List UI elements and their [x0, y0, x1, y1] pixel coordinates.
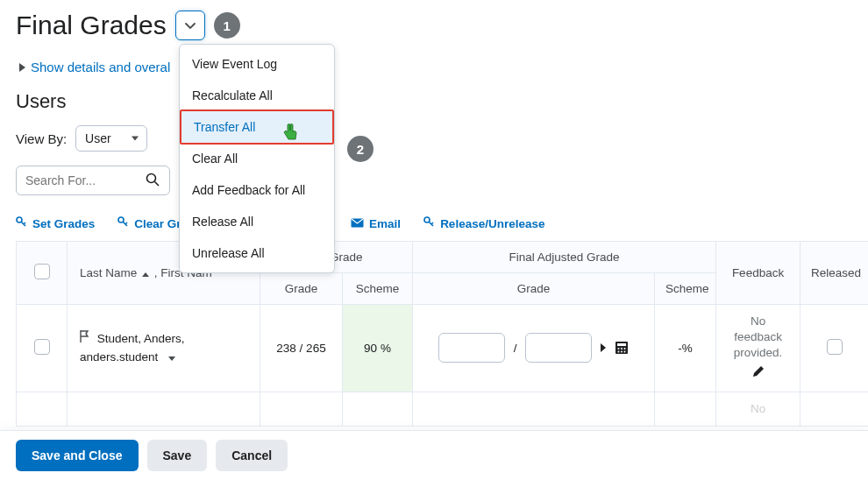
chevron-down-icon	[185, 19, 196, 32]
adjusted-scheme-cell: -%	[655, 305, 716, 392]
col-subheader-adj-grade: Grade	[413, 273, 655, 305]
svg-point-18	[621, 351, 623, 353]
set-grades-label: Set Grades	[32, 217, 95, 230]
svg-line-1	[155, 182, 160, 187]
menu-recalculate-all[interactable]: Recalculate All	[180, 80, 334, 111]
menu-transfer-all-label: Transfer All	[194, 120, 255, 134]
view-by-select[interactable]: User	[75, 125, 147, 152]
released-checkbox[interactable]	[827, 339, 843, 355]
table-row: Student, Anders, anders.student 238 / 26…	[17, 305, 869, 392]
menu-release-all[interactable]: Release All	[180, 206, 334, 237]
select-all-checkbox[interactable]	[34, 264, 50, 279]
feedback-text: No	[751, 402, 765, 415]
col-subheader-grade: Grade	[260, 273, 343, 305]
clear-grades-action[interactable]: Clear Gra	[117, 216, 188, 230]
key-icon	[16, 216, 27, 230]
col-header-final-adjusted: Final Adjusted Grade	[413, 242, 716, 273]
menu-view-event-log[interactable]: View Event Log	[180, 48, 334, 80]
svg-point-15	[621, 348, 623, 349]
email-action[interactable]: Email	[351, 216, 401, 230]
save-and-close-button[interactable]: Save and Close	[16, 440, 139, 471]
svg-point-0	[147, 174, 156, 183]
triangle-right-icon	[19, 63, 25, 72]
chevron-down-icon[interactable]	[168, 356, 175, 361]
svg-line-7	[125, 222, 127, 224]
grades-actions-dropdown-button[interactable]	[175, 11, 205, 40]
envelope-icon	[351, 217, 364, 230]
grades-table: Last Name , First Nam ted Grade Final Ad…	[16, 241, 868, 427]
calculated-grade-cell: 238 / 265	[260, 305, 343, 392]
show-details-link[interactable]: Show details and overal	[16, 40, 852, 83]
svg-point-16	[624, 348, 626, 349]
calculator-icon[interactable]	[615, 341, 629, 355]
show-details-label: Show details and overal	[31, 60, 170, 74]
adjusted-grade-inputs: /	[438, 333, 630, 363]
chevron-right-icon[interactable]	[601, 343, 606, 352]
col-subheader-scheme: Scheme	[343, 273, 413, 305]
cursor-hand-icon	[282, 124, 298, 144]
view-by-label: View By:	[16, 131, 67, 146]
adjusted-numerator-input[interactable]	[438, 333, 505, 363]
svg-point-14	[618, 348, 620, 349]
key-icon	[423, 216, 435, 230]
svg-line-11	[431, 222, 433, 224]
menu-transfer-all[interactable]: Transfer All	[180, 109, 334, 145]
student-name-line1: Student, Anders,	[97, 332, 185, 345]
svg-rect-13	[617, 343, 626, 346]
save-button[interactable]: Save	[147, 440, 208, 471]
grades-actions-menu: View Event Log Recalculate All Transfer …	[179, 44, 335, 273]
release-unrelease-action[interactable]: Release/Unrelease	[423, 216, 544, 230]
row-checkbox[interactable]	[34, 339, 50, 355]
calculated-scheme-cell: 90 %	[343, 305, 413, 392]
email-label: Email	[369, 217, 401, 230]
sort-ascending-icon	[142, 272, 149, 277]
feedback-text: No feedback provided.	[734, 314, 783, 359]
table-row: No	[17, 392, 869, 426]
menu-add-feedback-all[interactable]: Add Feedback for All	[180, 174, 334, 206]
users-heading: Users	[16, 83, 852, 125]
cancel-button[interactable]: Cancel	[216, 440, 288, 471]
set-grades-action[interactable]: Set Grades	[16, 216, 95, 230]
step-marker-2: 2	[347, 136, 374, 162]
menu-clear-all[interactable]: Clear All	[180, 143, 334, 174]
menu-unrelease-all[interactable]: Unrelease All	[180, 237, 334, 269]
svg-line-4	[24, 222, 25, 224]
name-header-part1: Last Name	[80, 266, 140, 279]
search-icon[interactable]	[146, 173, 160, 190]
svg-point-19	[624, 351, 626, 353]
flag-icon	[80, 329, 90, 349]
release-label: Release/Unrelease	[440, 217, 544, 230]
student-name-line2: anders.student	[80, 350, 158, 364]
edit-feedback-icon[interactable]	[751, 365, 765, 383]
step-marker-1: 1	[214, 12, 240, 39]
adjusted-denominator-input[interactable]	[525, 333, 592, 363]
col-header-released: Released	[800, 242, 868, 305]
svg-point-17	[618, 351, 620, 353]
key-icon	[117, 216, 129, 230]
footer-bar: Save and Close Save Cancel	[0, 430, 868, 480]
page-title: Final Grades	[16, 11, 167, 40]
slash-divider: /	[514, 342, 517, 355]
col-subheader-adj-scheme: Scheme	[655, 273, 716, 305]
col-header-feedback: Feedback	[716, 242, 800, 305]
